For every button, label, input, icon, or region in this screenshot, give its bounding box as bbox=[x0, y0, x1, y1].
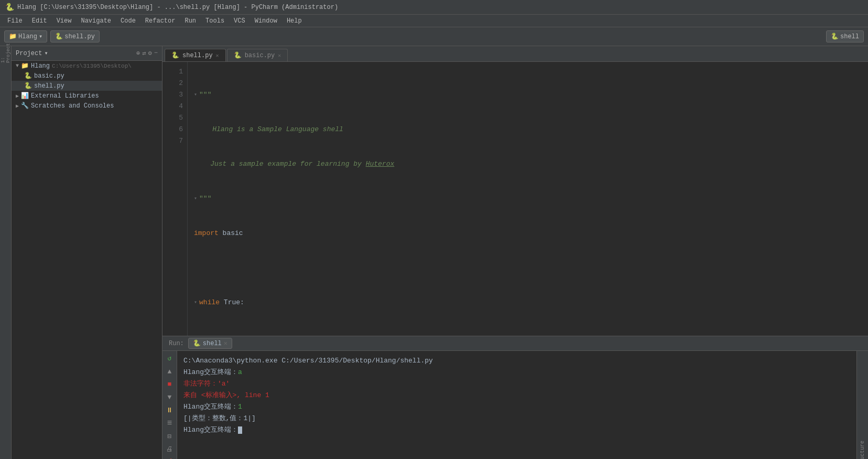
toolbar: 📁 Hlang ▾ 🐍 shell.py 🐍 shell bbox=[0, 27, 868, 46]
code-line-5: import basic bbox=[194, 228, 862, 239]
scroll-up-button[interactable]: ▲ bbox=[164, 366, 176, 377]
fold-icon-7[interactable]: ▾ bbox=[194, 297, 197, 308]
line-num-7: 7 bbox=[162, 135, 183, 147]
bottom-panel: Run: 🐍 shell ✕ ↺ ▲ ■ ▼ ⏸ ≡ ⊟ 🖨 bbox=[162, 336, 868, 459]
pause-button[interactable]: ⏸ bbox=[164, 405, 176, 416]
menu-refactor[interactable]: Refactor bbox=[141, 16, 180, 26]
py-icon-2: 🐍 bbox=[24, 82, 32, 90]
console-line-6: [|类型：整数,值：1|] bbox=[183, 413, 850, 424]
bottom-tabs: Run: 🐍 shell ✕ bbox=[162, 336, 868, 351]
menu-window[interactable]: Window bbox=[251, 16, 281, 26]
settings-icon[interactable]: ⚙ bbox=[148, 49, 152, 57]
pin-button[interactable]: 📌 bbox=[164, 457, 176, 459]
dropdown-icon: ▾ bbox=[44, 49, 48, 57]
tree-root[interactable]: ▼ 📁 Hlang C:\Users\31395\Desktop\ bbox=[12, 61, 162, 71]
tab-shellpy[interactable]: 🐍 shell.py ✕ bbox=[165, 49, 226, 61]
cursor bbox=[238, 426, 242, 434]
input-a: a bbox=[238, 367, 242, 378]
title-text: Hlang [C:\Users\31395\Desktop\Hlang] - .… bbox=[17, 4, 338, 11]
rerun-button[interactable]: ↺ bbox=[164, 353, 176, 364]
console-line-2: Hlang交互终端： a bbox=[183, 367, 850, 378]
run-tab-label: shell bbox=[203, 340, 222, 347]
project-panel: Project ▾ ⊕ ⇄ ⚙ − ▼ 📁 Hlang C:\Users\313… bbox=[12, 46, 162, 459]
main-area: 1: Project Project ▾ ⊕ ⇄ ⚙ − ▼ bbox=[0, 46, 868, 459]
scroll-down-button[interactable]: ▼ bbox=[164, 392, 176, 403]
project-title: Project ▾ bbox=[16, 49, 48, 57]
file-name: shell.py bbox=[64, 33, 95, 40]
tree-external-libs[interactable]: ▶ 📊 External Libraries bbox=[12, 91, 162, 101]
lib-icon: 📊 bbox=[21, 92, 29, 100]
console-line-1: C:\Anaconda3\python.exe C:/Users/31395/D… bbox=[183, 355, 850, 367]
shell-label: shell bbox=[840, 33, 859, 40]
console-line-7[interactable]: Hlang交互终端： bbox=[183, 424, 850, 436]
menu-code[interactable]: Code bbox=[116, 16, 140, 26]
menu-file[interactable]: File bbox=[3, 16, 27, 26]
file-tab[interactable]: 🐍 shell.py bbox=[50, 30, 100, 42]
menu-view[interactable]: View bbox=[52, 16, 76, 26]
run-tab-close[interactable]: ✕ bbox=[224, 339, 227, 347]
menu-run[interactable]: Run bbox=[180, 16, 200, 26]
tab-shellpy-close[interactable]: ✕ bbox=[216, 52, 219, 59]
run-shell-tab[interactable]: 🐍 shell ✕ bbox=[188, 338, 232, 349]
expand-arrow-3: ▶ bbox=[16, 103, 19, 109]
line-num-3: 3 bbox=[162, 89, 183, 101]
softwrap-button[interactable]: ≡ bbox=[164, 418, 176, 429]
folder-icon: 📁 bbox=[21, 62, 29, 70]
cmd-line: C:\Anaconda3\python.exe C:/Users/31395/D… bbox=[183, 355, 433, 367]
line-num-2: 2 bbox=[162, 78, 183, 89]
file-basicpy: basic.py bbox=[34, 72, 64, 80]
structure-label[interactable]: 7: Structure bbox=[860, 441, 865, 459]
code-line-2: Hlang is a Sample Language shell bbox=[194, 124, 862, 135]
prompt-3: Hlang交互终端： bbox=[183, 424, 238, 436]
input-1: 1 bbox=[238, 401, 242, 413]
code-line-7: ▾while True: bbox=[194, 297, 862, 308]
menu-edit[interactable]: Edit bbox=[28, 16, 51, 26]
code-line-1: ▾""" bbox=[194, 89, 862, 101]
menu-help[interactable]: Help bbox=[283, 16, 306, 26]
project-name: Hlang bbox=[18, 33, 37, 40]
import-basic: basic bbox=[219, 228, 243, 239]
triple-quote-close: """ bbox=[199, 193, 211, 205]
code-editor[interactable]: 1 2 3 4 5 6 7 ▾""" Hlang is a Sample Lan… bbox=[162, 62, 868, 336]
code-content[interactable]: ▾""" Hlang is a Sample Language shell Ju… bbox=[188, 62, 868, 336]
triple-quote-open: """ bbox=[199, 89, 211, 101]
left-strip: 1: Project bbox=[0, 46, 12, 459]
comment-line-2: Hlang is a Sample Language shell bbox=[196, 124, 343, 135]
tree-basicpy[interactable]: 🐍 basic.py bbox=[12, 71, 162, 81]
scratch-icon: 🔧 bbox=[21, 102, 29, 110]
expand-arrow: ▼ bbox=[16, 63, 19, 69]
result-line: [|类型：整数,值：1|] bbox=[183, 413, 256, 424]
menu-navigate[interactable]: Navigate bbox=[77, 16, 115, 26]
tree-shellpy[interactable]: 🐍 shell.py bbox=[12, 81, 162, 91]
print-button[interactable]: 🖨 bbox=[164, 444, 176, 455]
py-icon: 🐍 bbox=[24, 72, 32, 80]
add-icon[interactable]: ⊕ bbox=[136, 49, 140, 57]
line-num-1: 1 bbox=[162, 66, 183, 78]
tree-scratches[interactable]: ▶ 🔧 Scratches and Consoles bbox=[12, 101, 162, 111]
menu-tools[interactable]: Tools bbox=[201, 16, 229, 26]
run-toolbar: ↺ ▲ ■ ▼ ⏸ ≡ ⊟ 🖨 📌 🗑 bbox=[162, 351, 177, 459]
code-line-4: ▾""" bbox=[194, 193, 862, 205]
comment-huterox: Huterox bbox=[366, 158, 395, 170]
tab-basicpy-close[interactable]: ✕ bbox=[278, 52, 281, 59]
fold-icon-4[interactable]: ▾ bbox=[194, 193, 197, 205]
minimize-icon[interactable]: − bbox=[154, 49, 158, 57]
layout-icon[interactable]: ⇄ bbox=[142, 49, 146, 57]
console-output[interactable]: C:\Anaconda3\python.exe C:/Users/31395/D… bbox=[177, 351, 856, 459]
menu-vcs[interactable]: VCS bbox=[230, 16, 249, 26]
split-button[interactable]: ⊟ bbox=[164, 431, 176, 442]
stop-button[interactable]: ■ bbox=[164, 379, 176, 390]
keyword-while: while bbox=[199, 297, 220, 308]
left-strip-btn[interactable]: 1: Project bbox=[1, 48, 10, 58]
line-numbers: 1 2 3 4 5 6 7 bbox=[162, 62, 188, 336]
editor-area: 🐍 shell.py ✕ 🐍 basic.py ✕ 1 2 3 4 5 bbox=[162, 46, 868, 336]
tab-basicpy[interactable]: 🐍 basic.py ✕ bbox=[227, 49, 288, 61]
snake-icon: 🐍 bbox=[831, 33, 839, 40]
title-bar: 🐍 Hlang [C:\Users\31395\Desktop\Hlang] -… bbox=[0, 0, 868, 15]
project-tree: ▼ 📁 Hlang C:\Users\31395\Desktop\ 🐍 basi… bbox=[12, 61, 162, 111]
project-selector[interactable]: 📁 Hlang ▾ bbox=[4, 30, 47, 42]
tab-py-icon-2: 🐍 bbox=[234, 51, 242, 59]
shell-button[interactable]: 🐍 shell bbox=[826, 30, 864, 42]
fold-icon-1[interactable]: ▾ bbox=[194, 89, 197, 101]
line-num-5: 5 bbox=[162, 112, 183, 124]
